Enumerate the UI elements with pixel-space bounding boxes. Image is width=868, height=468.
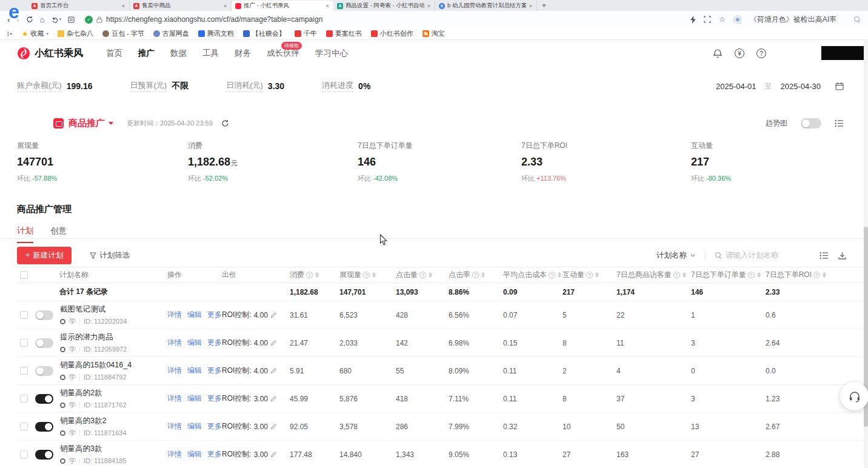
bookmark-item[interactable]: 要案红书 <box>326 29 362 38</box>
edit-bid-icon[interactable] <box>270 339 277 346</box>
bookmark-item[interactable]: ★收藏▾ <box>22 29 48 38</box>
edit-bid-icon[interactable] <box>270 451 277 458</box>
search-field-select[interactable]: 计划名称 <box>656 250 695 261</box>
browser-tab[interactable]: bb 幼儿园劳动教育计划总结方案× <box>435 1 537 11</box>
sort-icon[interactable] <box>481 272 485 278</box>
select-all-checkbox[interactable] <box>20 271 28 279</box>
browser-tab[interactable]: 推广 - 小红书乘风× <box>232 1 333 11</box>
column-header[interactable]: 点击量? <box>396 270 449 280</box>
tab-close-icon[interactable]: × <box>326 3 330 9</box>
screenshot-icon[interactable] <box>704 16 711 23</box>
ai-checker-icon[interactable]: ⊕ <box>733 15 742 24</box>
browser-tab[interactable]: A首页工作台× <box>28 1 130 11</box>
column-header[interactable]: 计划名称 <box>35 270 167 280</box>
nav-item-首页[interactable]: 首页 <box>106 48 122 59</box>
brand-logo[interactable]: 小红书乘风 <box>17 47 83 60</box>
action-link-编辑[interactable]: 编辑 <box>187 338 202 348</box>
section-title[interactable]: 商品推广 <box>68 118 105 129</box>
tab-close-icon[interactable]: × <box>529 3 533 9</box>
bookmark-item[interactable]: 【社糖会】 <box>243 29 285 38</box>
plan-enable-toggle[interactable] <box>35 450 53 460</box>
plan-name[interactable]: 截图笔记测试 <box>60 304 127 315</box>
new-plan-button[interactable]: + 新建计划 <box>17 247 72 264</box>
tab-计划[interactable]: 计划 <box>17 226 33 243</box>
info-icon[interactable]: ? <box>673 272 680 278</box>
new-tab-button[interactable]: + <box>542 1 546 11</box>
action-link-更多[interactable]: 更多 <box>207 393 222 404</box>
plan-enable-toggle[interactable] <box>35 310 53 320</box>
search-icon[interactable] <box>854 16 861 23</box>
nav-item-学习中心[interactable]: 学习中心 <box>315 48 348 59</box>
action-link-详情[interactable]: 详情 <box>167 338 182 348</box>
notification-bell-icon[interactable] <box>713 48 723 59</box>
column-header[interactable]: 出价 <box>222 270 290 280</box>
date-range-picker[interactable]: 2025-04-01 至 2025-04-30 <box>716 81 844 92</box>
refresh-data-icon[interactable] <box>221 119 229 127</box>
chevron-down-icon[interactable] <box>109 122 113 125</box>
plan-filter-button[interactable]: 计划筛选 <box>90 250 130 261</box>
action-link-更多[interactable]: 更多 <box>207 449 222 460</box>
column-header[interactable]: 7日总下单ROI? <box>766 270 838 280</box>
bookmark-item[interactable]: 古屋网盘 <box>153 29 189 38</box>
plan-enable-toggle[interactable] <box>35 338 53 348</box>
nav-item-工具[interactable]: 工具 <box>202 48 219 59</box>
column-header[interactable]: 消费? <box>290 270 339 280</box>
action-link-更多[interactable]: 更多 <box>207 338 222 348</box>
tab-close-icon[interactable]: × <box>223 3 227 9</box>
action-link-更多[interactable]: 更多 <box>207 310 222 320</box>
edit-bid-icon[interactable] <box>270 312 277 318</box>
sort-icon[interactable] <box>823 272 826 278</box>
tab-close-icon[interactable]: × <box>427 3 431 9</box>
ai-hint-text[interactable]: 《荷塘月色》被检出高AI率 <box>750 15 836 25</box>
row-checkbox[interactable] <box>20 367 28 375</box>
sort-icon[interactable] <box>595 272 599 278</box>
sort-icon[interactable] <box>315 272 319 278</box>
column-header[interactable]: 平均点击成本? <box>503 270 563 280</box>
action-link-编辑[interactable]: 编辑 <box>187 366 202 376</box>
date-start[interactable]: 2025-04-01 <box>716 82 756 91</box>
info-icon[interactable]: ? <box>549 272 555 278</box>
undo-icon[interactable]: ▾ <box>52 16 62 23</box>
bookmark-item[interactable]: 腾讯文档 <box>198 29 234 38</box>
favorite-star-icon[interactable]: ☆ <box>719 15 726 24</box>
column-settings-icon[interactable] <box>820 252 829 259</box>
browser-tab[interactable]: A商品设置 - 阿奇索 · 小红书自动× <box>333 1 435 11</box>
row-checkbox[interactable] <box>20 395 28 403</box>
column-header[interactable]: 互动量? <box>563 270 616 280</box>
column-header[interactable]: 展现量? <box>339 270 396 280</box>
sidebar-toggle-icon[interactable]: ❙▸ <box>6 31 13 36</box>
action-link-编辑[interactable]: 编辑 <box>187 393 202 404</box>
column-settings-icon[interactable] <box>835 119 844 127</box>
refresh-icon[interactable] <box>26 16 33 23</box>
trend-chart-toggle[interactable] <box>801 118 821 129</box>
info-icon[interactable]: ? <box>813 272 820 278</box>
balance-yen-icon[interactable]: ¥ <box>735 48 744 58</box>
edit-bid-icon[interactable] <box>270 395 277 402</box>
lightning-icon[interactable] <box>690 16 696 24</box>
info-icon[interactable]: ? <box>472 272 479 278</box>
action-link-详情[interactable]: 详情 <box>167 366 182 376</box>
plan-enable-toggle[interactable] <box>35 366 53 376</box>
info-icon[interactable]: ? <box>586 272 593 278</box>
plan-enable-toggle[interactable] <box>35 394 53 404</box>
info-icon[interactable]: ? <box>306 272 313 278</box>
action-link-更多[interactable]: 更多 <box>207 366 222 376</box>
customer-service-button[interactable] <box>840 382 868 410</box>
bookmark-item[interactable]: 豆包 - 字节 <box>102 29 144 38</box>
bookmark-item[interactable]: 淘淘宝 <box>422 29 445 38</box>
download-icon[interactable] <box>838 252 846 259</box>
row-checkbox[interactable] <box>20 423 28 430</box>
home-icon[interactable]: ⌂ <box>40 16 45 24</box>
date-end[interactable]: 2025-04-30 <box>781 82 821 91</box>
address-bar[interactable]: ✓ https://chengfeng.xiaohongshu.com/cf/a… <box>85 15 322 24</box>
edit-bid-icon[interactable] <box>270 367 277 374</box>
plan-name[interactable]: 销量高的2款 <box>60 388 127 398</box>
column-header[interactable]: 7日总商品访客量? <box>616 270 691 280</box>
sort-icon[interactable] <box>683 272 686 278</box>
row-checkbox[interactable] <box>20 339 28 347</box>
action-link-详情[interactable]: 详情 <box>167 393 182 404</box>
bookmark-item[interactable]: 小红书创作 <box>371 29 413 38</box>
nav-item-数据[interactable]: 数据 <box>170 48 187 59</box>
row-checkbox[interactable] <box>20 311 28 319</box>
tab-close-icon[interactable]: × <box>121 3 125 9</box>
